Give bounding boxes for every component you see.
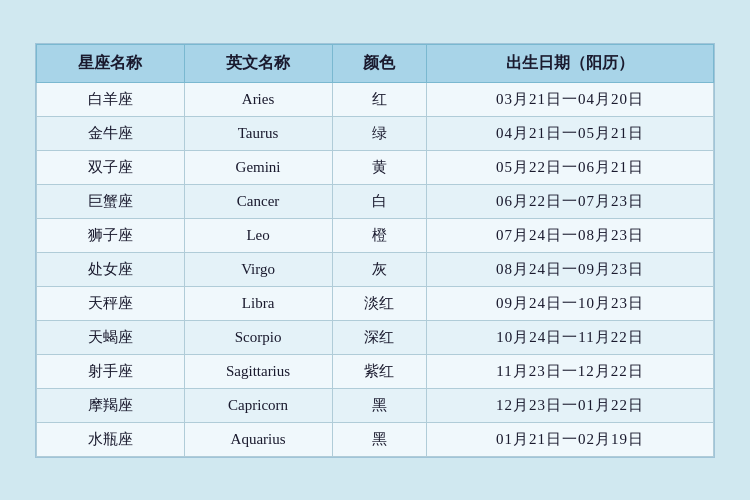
cell-english-name: Virgo [184, 252, 332, 286]
table-row: 金牛座Taurus绿04月21日一05月21日 [37, 116, 714, 150]
cell-english-name: Libra [184, 286, 332, 320]
cell-chinese-name: 狮子座 [37, 218, 185, 252]
cell-dates: 05月22日一06月21日 [427, 150, 714, 184]
cell-color: 绿 [332, 116, 427, 150]
cell-chinese-name: 巨蟹座 [37, 184, 185, 218]
header-color: 颜色 [332, 44, 427, 82]
table-row: 双子座Gemini黄05月22日一06月21日 [37, 150, 714, 184]
table-row: 射手座Sagittarius紫红11月23日一12月22日 [37, 354, 714, 388]
table-row: 巨蟹座Cancer白06月22日一07月23日 [37, 184, 714, 218]
cell-color: 橙 [332, 218, 427, 252]
cell-chinese-name: 双子座 [37, 150, 185, 184]
cell-chinese-name: 金牛座 [37, 116, 185, 150]
cell-color: 红 [332, 82, 427, 116]
cell-chinese-name: 处女座 [37, 252, 185, 286]
cell-dates: 07月24日一08月23日 [427, 218, 714, 252]
cell-english-name: Leo [184, 218, 332, 252]
cell-chinese-name: 水瓶座 [37, 422, 185, 456]
cell-english-name: Scorpio [184, 320, 332, 354]
table-row: 白羊座Aries红03月21日一04月20日 [37, 82, 714, 116]
table-row: 天秤座Libra淡红09月24日一10月23日 [37, 286, 714, 320]
table-body: 白羊座Aries红03月21日一04月20日金牛座Taurus绿04月21日一0… [37, 82, 714, 456]
cell-english-name: Aries [184, 82, 332, 116]
zodiac-table: 星座名称 英文名称 颜色 出生日期（阳历） 白羊座Aries红03月21日一04… [36, 44, 714, 457]
cell-dates: 09月24日一10月23日 [427, 286, 714, 320]
cell-dates: 11月23日一12月22日 [427, 354, 714, 388]
cell-chinese-name: 天秤座 [37, 286, 185, 320]
cell-dates: 06月22日一07月23日 [427, 184, 714, 218]
cell-chinese-name: 射手座 [37, 354, 185, 388]
table-row: 天蝎座Scorpio深红10月24日一11月22日 [37, 320, 714, 354]
zodiac-table-container: 星座名称 英文名称 颜色 出生日期（阳历） 白羊座Aries红03月21日一04… [35, 43, 715, 458]
cell-dates: 12月23日一01月22日 [427, 388, 714, 422]
cell-chinese-name: 白羊座 [37, 82, 185, 116]
cell-english-name: Gemini [184, 150, 332, 184]
header-chinese-name: 星座名称 [37, 44, 185, 82]
table-row: 处女座Virgo灰08月24日一09月23日 [37, 252, 714, 286]
cell-color: 淡红 [332, 286, 427, 320]
cell-chinese-name: 摩羯座 [37, 388, 185, 422]
header-birth-date: 出生日期（阳历） [427, 44, 714, 82]
cell-color: 灰 [332, 252, 427, 286]
cell-english-name: Cancer [184, 184, 332, 218]
cell-color: 黑 [332, 388, 427, 422]
cell-color: 白 [332, 184, 427, 218]
cell-english-name: Capricorn [184, 388, 332, 422]
cell-dates: 04月21日一05月21日 [427, 116, 714, 150]
cell-english-name: Taurus [184, 116, 332, 150]
header-english-name: 英文名称 [184, 44, 332, 82]
cell-dates: 03月21日一04月20日 [427, 82, 714, 116]
cell-color: 黑 [332, 422, 427, 456]
cell-chinese-name: 天蝎座 [37, 320, 185, 354]
cell-dates: 08月24日一09月23日 [427, 252, 714, 286]
cell-color: 黄 [332, 150, 427, 184]
cell-english-name: Sagittarius [184, 354, 332, 388]
table-header-row: 星座名称 英文名称 颜色 出生日期（阳历） [37, 44, 714, 82]
table-row: 水瓶座Aquarius黑01月21日一02月19日 [37, 422, 714, 456]
cell-dates: 01月21日一02月19日 [427, 422, 714, 456]
table-row: 摩羯座Capricorn黑12月23日一01月22日 [37, 388, 714, 422]
cell-dates: 10月24日一11月22日 [427, 320, 714, 354]
cell-color: 紫红 [332, 354, 427, 388]
cell-color: 深红 [332, 320, 427, 354]
cell-english-name: Aquarius [184, 422, 332, 456]
table-row: 狮子座Leo橙07月24日一08月23日 [37, 218, 714, 252]
